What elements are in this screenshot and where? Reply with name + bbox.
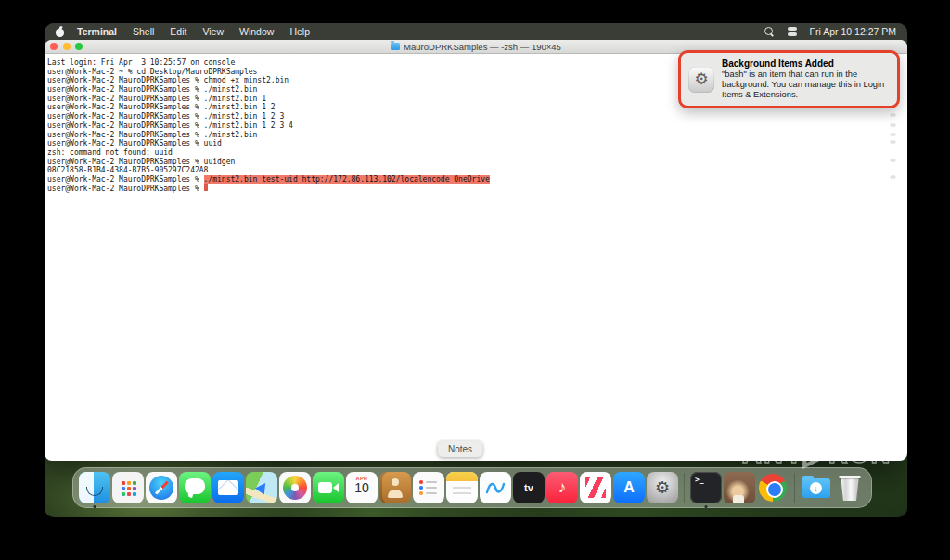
dock-icon-reminders[interactable] <box>413 472 444 503</box>
close-button[interactable] <box>50 43 58 50</box>
menu-window[interactable]: Window <box>239 26 274 37</box>
dock-icon-news[interactable] <box>580 472 611 503</box>
chrome-icon <box>757 472 789 503</box>
terminal-line: user@Work-Mac-2 MauroDPRKSamples % <box>47 185 907 194</box>
freeform-icon <box>480 472 511 503</box>
terminal-line: user@Work-Mac-2 MauroDPRKSamples % uuid <box>47 139 907 148</box>
maps-icon <box>246 472 277 503</box>
dock-icon-safari[interactable] <box>146 472 177 503</box>
facetime-icon <box>313 472 344 503</box>
highlighted-command: ./minst2.bin test-uid http://172.86.113.… <box>204 175 490 184</box>
terminal-icon: >_ <box>690 472 722 503</box>
terminal-line: zsh: command not found: uuid <box>47 148 907 158</box>
scrollbar-mark <box>891 124 895 126</box>
minimize-button[interactable] <box>63 43 71 50</box>
dock-icon-photo-thumb[interactable] <box>724 472 755 503</box>
settings-icon: ⚙ <box>647 472 678 503</box>
settings-gear-icon: ⚙ <box>688 67 714 93</box>
zoom-button[interactable] <box>75 43 83 50</box>
terminal-line: user@Work-Mac-2 MauroDPRKSamples % ./min… <box>47 121 907 131</box>
menu-shell[interactable]: Shell <box>133 26 154 37</box>
reminders-icon <box>413 472 444 503</box>
dock-icon-freeform[interactable] <box>480 472 511 503</box>
notification-title: Background Items Added <box>722 58 890 70</box>
appstore-icon: A <box>613 472 645 503</box>
traffic-lights <box>50 43 83 50</box>
dock-icon-appletv[interactable]: tv <box>513 472 545 503</box>
terminal-line: user@Work-Mac-2 MauroDPRKSamples % ./min… <box>47 175 907 185</box>
calendar-icon: APR10 <box>346 472 378 503</box>
appletv-icon: tv <box>513 472 545 503</box>
terminal-line: 08C21858-B1B4-4384-B7B5-905297C242A8 <box>47 166 907 175</box>
scrollbar-mark <box>891 141 895 143</box>
contacts-icon <box>379 472 411 503</box>
messages-icon <box>179 472 211 503</box>
mail-icon <box>212 472 244 503</box>
dock-icon-maps[interactable] <box>246 472 277 503</box>
dock-icon-finder[interactable] <box>79 472 110 503</box>
window-title-text: MauroDPRKSamples — -zsh — 190×45 <box>404 42 561 52</box>
scrollbar-mark <box>891 134 895 135</box>
notification-body: "bash" is an item that can run in the ba… <box>722 70 890 101</box>
launchpad-icon <box>112 472 144 503</box>
search-icon[interactable] <box>764 27 775 37</box>
menu-bar: TerminalShellEditViewWindowHelp Fri Apr … <box>45 23 907 40</box>
menu-edit[interactable]: Edit <box>170 26 186 37</box>
dock-icon-photos[interactable] <box>279 472 311 503</box>
control-center-icon[interactable] <box>787 27 798 36</box>
terminal-line: user@Work-Mac-2 MauroDPRKSamples % uuidg… <box>47 158 907 167</box>
safari-icon <box>146 472 177 503</box>
dock-icon-calendar[interactable]: APR10 <box>346 472 378 503</box>
dock-icon-launchpad[interactable] <box>112 472 144 503</box>
dock-icon-mail[interactable] <box>212 472 244 503</box>
dock-icon-settings[interactable]: ⚙ <box>647 472 678 503</box>
notification-text: Background Items Added "bash" is an item… <box>722 58 890 101</box>
dock-icon-notes[interactable] <box>446 472 478 503</box>
dock-icon-music[interactable]: ♪ <box>546 472 578 503</box>
photo-thumb-icon <box>724 472 755 503</box>
dock-icon-chrome[interactable] <box>757 472 789 503</box>
terminal-line: user@Work-Mac-2 MauroDPRKSamples % ./min… <box>47 112 907 121</box>
dock-icon-appstore[interactable]: A <box>613 472 645 503</box>
dock-icon-facetime[interactable] <box>313 472 344 503</box>
menubar-clock[interactable]: Fri Apr 10 12:27 PM <box>810 26 896 37</box>
folder-icon <box>391 43 400 50</box>
background-items-notification[interactable]: ⚙ Background Items Added "bash" is an it… <box>678 50 900 108</box>
dock-icon-trash[interactable] <box>834 472 866 503</box>
running-indicator <box>94 505 96 508</box>
terminal-cursor <box>204 184 209 191</box>
trash-icon <box>834 472 866 503</box>
finder-icon <box>79 472 110 503</box>
apple-logo-icon[interactable] <box>56 27 64 37</box>
music-icon: ♪ <box>546 472 578 503</box>
menu-items: TerminalShellEditViewWindowHelp <box>77 26 310 37</box>
menubar-status: Fri Apr 10 12:27 PM <box>764 26 896 37</box>
dock-tooltip-notes: Notes <box>438 441 482 457</box>
desktop-screen: TerminalShellEditViewWindowHelp Fri Apr … <box>45 23 907 517</box>
dock: APR10tv♪A⚙>_↓ <box>72 467 872 508</box>
photos-icon <box>279 472 311 503</box>
scrollbar-mark <box>891 114 895 116</box>
dock-icon-contacts[interactable] <box>379 472 411 503</box>
menu-help[interactable]: Help <box>289 26 310 37</box>
news-icon <box>580 472 611 503</box>
terminal-output[interactable]: Last login: Fri Apr 3 10:25:57 on consol… <box>45 55 907 461</box>
notes-icon <box>446 472 478 503</box>
menu-view[interactable]: View <box>202 26 224 37</box>
dock-icon-terminal[interactable]: >_ <box>690 472 722 503</box>
dock-icon-messages[interactable] <box>179 472 211 503</box>
menu-terminal[interactable]: Terminal <box>77 26 117 37</box>
scrollbar-mark <box>891 159 895 161</box>
downloads-icon: ↓ <box>801 472 832 503</box>
dock-icon-downloads[interactable]: ↓ <box>801 472 832 503</box>
dock-divider <box>684 473 685 503</box>
scrollbar-mark <box>891 176 895 178</box>
running-indicator <box>705 505 708 508</box>
dock-divider <box>794 473 795 503</box>
terminal-line: user@Work-Mac-2 MauroDPRKSamples % ./min… <box>47 131 907 140</box>
